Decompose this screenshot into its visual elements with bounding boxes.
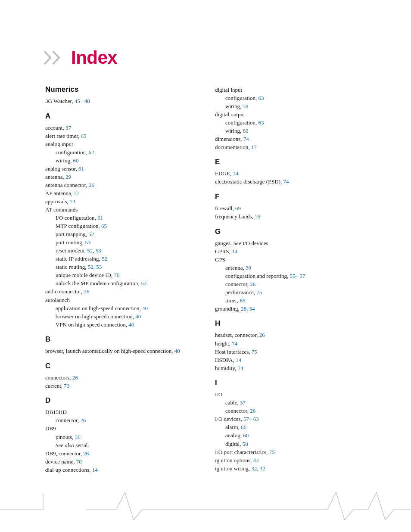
page-link[interactable]: 75 xyxy=(252,348,257,355)
entry-term: frequency bands xyxy=(215,213,252,220)
page-link[interactable]: 58 xyxy=(243,103,248,109)
page-link[interactable]: 70 xyxy=(76,458,82,465)
page-link[interactable]: 73 xyxy=(70,198,75,205)
page-link[interactable]: 37 xyxy=(65,124,71,131)
page-link[interactable]: 77 xyxy=(74,190,79,196)
page-link[interactable]: 63 xyxy=(258,119,264,126)
page-link[interactable]: 53 xyxy=(96,247,101,254)
page-link[interactable]: 57– 63 xyxy=(243,416,259,422)
page-link[interactable]: 26 xyxy=(250,408,255,414)
page-link[interactable]: 26 xyxy=(89,182,94,188)
page-link[interactable]: 40 xyxy=(174,348,180,354)
page-link[interactable]: 17 xyxy=(251,144,257,150)
page-link[interactable]: 60 xyxy=(73,157,78,164)
index-entry: current, 73 xyxy=(45,382,196,390)
page-link[interactable]: 65 xyxy=(240,297,245,304)
page-link[interactable]: 45– 48 xyxy=(75,98,90,104)
entry-term: I/O port characteristics xyxy=(215,449,266,455)
page-link[interactable]: 66 xyxy=(241,424,246,430)
page-link[interactable]: 26 xyxy=(83,450,89,457)
entry-term: ignition options xyxy=(215,457,250,464)
index-subentry: static routing, 52, 53 xyxy=(45,263,196,271)
page-link[interactable]: 55– 57 xyxy=(290,273,305,279)
index-subentry: application on high-speed connection, 40 xyxy=(45,305,196,312)
page-link[interactable]: 53 xyxy=(96,264,102,270)
page-link[interactable]: 60 xyxy=(243,432,249,439)
index-subentry: configuration, 63 xyxy=(215,94,366,102)
index-entry: analog sensor, 61 xyxy=(45,165,196,173)
entry-term: documentation xyxy=(215,144,248,150)
index-subentry: wiring, 60 xyxy=(215,127,366,135)
index-subentry: browser on high-speed connection, 40 xyxy=(45,313,196,320)
page-link[interactable]: 74 xyxy=(283,178,289,185)
page-link[interactable]: 75 xyxy=(269,449,275,455)
page-link[interactable]: 32 xyxy=(251,465,257,472)
page-link[interactable]: 14 xyxy=(233,170,238,177)
page-link[interactable]: 14 xyxy=(236,357,241,363)
page-link[interactable]: 70 xyxy=(114,272,119,278)
page-link[interactable]: 52 xyxy=(88,264,93,270)
page-link[interactable]: 32 xyxy=(260,465,265,472)
page-link[interactable]: 26 xyxy=(250,281,255,287)
chevron-right-icon xyxy=(44,50,68,65)
page-link[interactable]: 14 xyxy=(232,248,237,255)
page-link[interactable]: 60 xyxy=(243,128,248,134)
entry-term: configuration xyxy=(225,95,255,101)
index-subentry: static IP addressing, 52 xyxy=(45,255,196,263)
page-link[interactable]: 73 xyxy=(64,383,69,389)
page-link[interactable]: 52 xyxy=(102,255,107,262)
page-link[interactable]: 43 xyxy=(253,457,258,464)
page-link[interactable]: 37 xyxy=(240,399,246,406)
page-link[interactable]: 40 xyxy=(135,313,141,320)
page-link[interactable]: 61 xyxy=(78,165,84,172)
entry-term: digital xyxy=(225,441,240,447)
page-link[interactable]: 52 xyxy=(141,280,146,286)
page-link[interactable]: 34 xyxy=(249,305,255,312)
index-entry: dimensions, 74 xyxy=(215,135,366,143)
page-link[interactable]: 65 xyxy=(81,133,87,139)
page-link[interactable]: 74 xyxy=(232,340,237,347)
page-link[interactable]: 36 xyxy=(75,434,81,440)
page-link[interactable]: 26 xyxy=(259,332,265,338)
index-entry: I/O xyxy=(215,391,366,398)
entry-term: approvals xyxy=(45,198,67,205)
entry-term: wiring xyxy=(225,128,240,134)
page-link[interactable]: 74 xyxy=(238,365,243,371)
page-link[interactable]: 61 xyxy=(97,215,103,221)
index-entry: HSDPA, 14 xyxy=(215,356,366,364)
page-link[interactable]: 26 xyxy=(84,288,89,295)
entry-term: dimensions xyxy=(215,136,240,142)
page-link[interactable]: 28 xyxy=(241,305,246,312)
page-link[interactable]: 52 xyxy=(88,231,94,237)
entry-term: unique mobile device ID xyxy=(56,272,111,278)
entry-term: DB9 xyxy=(45,425,56,432)
entry-term: browser, launch automatically on high-sp… xyxy=(45,348,171,354)
page-link[interactable]: 63 xyxy=(258,95,264,101)
page-link[interactable]: 26 xyxy=(72,374,78,381)
page-link[interactable]: 30 xyxy=(246,264,251,271)
page-link[interactable]: 53 xyxy=(85,239,90,246)
page-link[interactable]: 58 xyxy=(243,441,248,447)
page-link[interactable]: 62 xyxy=(89,149,94,156)
index-entry: 3G Watcher, 45– 48 xyxy=(45,97,196,105)
page-link[interactable]: 40 xyxy=(128,321,134,328)
entry-term: connector xyxy=(225,408,247,414)
index-subentry: wiring, 58 xyxy=(215,103,366,110)
page-link[interactable]: 52 xyxy=(87,247,93,254)
index-subentry: configuration, 62 xyxy=(45,149,196,156)
page-link[interactable]: 29 xyxy=(65,174,71,180)
page-link[interactable]: 75 xyxy=(256,289,262,296)
page-link[interactable]: 65 xyxy=(101,223,107,229)
page-link[interactable]: 40 xyxy=(142,305,148,311)
entry-term: analog xyxy=(225,432,240,439)
page-link[interactable]: 15 xyxy=(255,213,260,220)
page-link[interactable]: 26 xyxy=(80,417,86,423)
index-subentry: antenna, 30 xyxy=(215,264,366,272)
page-link[interactable]: 69 xyxy=(235,205,241,212)
page-link[interactable]: 14 xyxy=(92,467,98,473)
entry-term: serial. xyxy=(74,442,89,448)
index-entry: antenna, 29 xyxy=(45,173,196,181)
entry-term: pinouts xyxy=(56,434,72,440)
page-link[interactable]: 74 xyxy=(243,136,249,142)
section-heading: Numerics xyxy=(45,85,196,94)
